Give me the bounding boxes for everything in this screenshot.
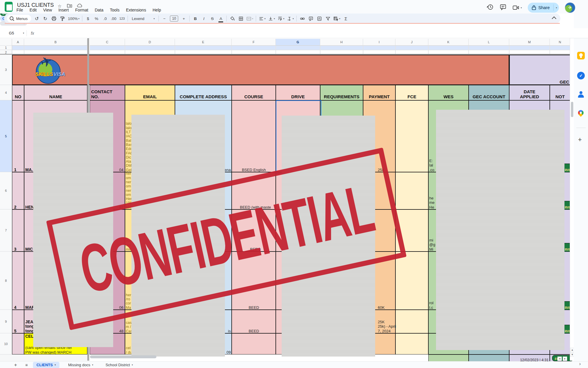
- tab-missing-docs[interactable]: Missing docs ▾: [65, 362, 97, 368]
- cell-H1[interactable]: [320, 46, 363, 50]
- cell-I1[interactable]: [363, 46, 395, 50]
- insert-chart-button[interactable]: [316, 15, 322, 22]
- meet-dropdown-icon[interactable]: ▾: [521, 6, 522, 9]
- menu-view[interactable]: View: [43, 8, 52, 12]
- row-header-10[interactable]: 10: [0, 333, 12, 354]
- menu-file[interactable]: File: [16, 8, 23, 12]
- cell-K1[interactable]: [428, 46, 469, 50]
- cell-J10[interactable]: [395, 333, 428, 354]
- redo-button[interactable]: ↻: [42, 15, 48, 22]
- header-cell-L[interactable]: GEC ACCOUNT: [469, 85, 509, 100]
- text-rotation-button[interactable]: ▾: [287, 15, 294, 22]
- italic-button[interactable]: I: [201, 15, 207, 22]
- menu-help[interactable]: Help: [153, 8, 161, 12]
- borders-button[interactable]: [238, 15, 244, 22]
- functions-button[interactable]: Σ: [343, 15, 349, 22]
- column-header-E[interactable]: E: [175, 39, 232, 46]
- name-box[interactable]: G5: [0, 31, 23, 35]
- header-cell-K[interactable]: WES: [428, 85, 469, 100]
- all-sheets-button[interactable]: ≡: [25, 363, 28, 367]
- row-header-3[interactable]: 3: [0, 55, 12, 85]
- vertical-scrollbar[interactable]: [570, 38, 574, 361]
- header-cell-H[interactable]: REQUIREMENTS: [320, 85, 363, 100]
- header-cell-G[interactable]: DRIVE: [276, 85, 320, 100]
- header-cell-C[interactable]: CONTACT NO.: [90, 85, 125, 100]
- column-header-J[interactable]: J: [395, 39, 428, 46]
- banner-orange[interactable]: [12, 55, 509, 85]
- tab-dropdown-icon[interactable]: ▾: [92, 364, 93, 366]
- get-addons-icon[interactable]: +: [578, 136, 582, 144]
- menu-data[interactable]: Data: [95, 8, 103, 12]
- column-header-D[interactable]: D: [125, 39, 175, 46]
- percent-button[interactable]: %: [93, 15, 99, 22]
- fill-color-button[interactable]: [229, 15, 235, 22]
- column-header-A[interactable]: A: [12, 39, 24, 46]
- text-color-button[interactable]: A: [218, 15, 224, 22]
- scroll-right-button[interactable]: ►: [563, 357, 567, 361]
- sheets-logo-icon[interactable]: [5, 2, 13, 12]
- cell-E1[interactable]: [175, 46, 232, 50]
- header-cell-E[interactable]: COMPLETE ADDRESS: [175, 85, 232, 100]
- header-cell-I[interactable]: PAYMENT: [363, 85, 395, 100]
- header-cell-J[interactable]: FCE: [395, 85, 428, 100]
- column-header-F[interactable]: F: [232, 39, 276, 46]
- print-button[interactable]: [51, 15, 57, 22]
- column-header-I[interactable]: I: [363, 39, 395, 46]
- row-header-9[interactable]: 9: [0, 310, 12, 333]
- contacts-icon[interactable]: [577, 91, 585, 98]
- menus-search-button[interactable]: Menus: [7, 15, 31, 22]
- column-header-G[interactable]: G: [276, 39, 320, 46]
- tab-school-district[interactable]: School District ▾: [102, 362, 136, 368]
- header-cell-B[interactable]: NAME: [24, 85, 87, 100]
- maps-icon[interactable]: [577, 109, 585, 117]
- insert-link-button[interactable]: [299, 15, 305, 22]
- row-header-1[interactable]: 1: [0, 46, 12, 50]
- decrease-font-size-button[interactable]: −: [161, 15, 167, 22]
- header-cell-A[interactable]: NO: [12, 85, 24, 100]
- account-avatar[interactable]: ✈: [565, 2, 575, 13]
- header-cell-D[interactable]: EMAIL: [125, 85, 175, 100]
- increase-decimal-button[interactable]: .00: [111, 15, 116, 22]
- share-button[interactable]: Share ▾: [528, 3, 559, 13]
- increase-font-size-button[interactable]: +: [181, 15, 187, 22]
- create-filter-button[interactable]: [325, 15, 331, 22]
- font-size-input[interactable]: 10: [170, 16, 178, 21]
- menu-extensions[interactable]: Extensions: [126, 8, 146, 12]
- menu-edit[interactable]: Edit: [30, 8, 37, 12]
- filter-views-button[interactable]: ▾: [333, 15, 340, 22]
- tab-dropdown-icon[interactable]: ▾: [132, 364, 133, 366]
- more-formats-button[interactable]: 123: [119, 15, 125, 22]
- currency-button[interactable]: $: [85, 15, 91, 22]
- zoom-select[interactable]: 100%▾: [68, 15, 79, 22]
- tasks-icon[interactable]: ✓: [577, 72, 585, 79]
- document-title[interactable]: USJ1 CLIENTS: [17, 2, 54, 8]
- paint-format-button[interactable]: [59, 15, 65, 22]
- keep-icon[interactable]: [577, 52, 585, 59]
- cell-A10[interactable]: [12, 333, 24, 354]
- menu-insert[interactable]: Insert: [59, 8, 69, 12]
- column-header-B[interactable]: B: [24, 39, 87, 46]
- column-header-K[interactable]: K: [428, 39, 469, 46]
- horizontal-scrollbar-thumb[interactable]: [90, 355, 156, 358]
- version-history-icon[interactable]: [487, 4, 494, 12]
- frozen-row-divider[interactable]: [0, 54, 570, 55]
- tab-clients[interactable]: CLIENTS ▾: [33, 362, 59, 368]
- column-header-M[interactable]: M: [509, 39, 550, 46]
- menu-format[interactable]: Format: [75, 8, 88, 12]
- comment-history-icon[interactable]: [500, 4, 507, 12]
- scroll-left-button[interactable]: ◄: [557, 357, 562, 361]
- header-cell-F[interactable]: COURSE: [232, 85, 276, 100]
- column-header-N[interactable]: N: [550, 39, 570, 46]
- cell-F1[interactable]: [232, 46, 276, 50]
- collapse-panel-icon[interactable]: ›: [579, 361, 581, 367]
- meet-video-icon[interactable]: ▾: [512, 4, 522, 11]
- tab-dropdown-icon[interactable]: ▾: [55, 364, 56, 366]
- column-header-L[interactable]: L: [469, 39, 509, 46]
- cell-J1[interactable]: [395, 46, 428, 50]
- insert-comment-button[interactable]: [308, 15, 314, 22]
- text-wrap-button[interactable]: ▾: [278, 15, 284, 22]
- cell-C1[interactable]: [90, 46, 125, 50]
- add-sheet-button[interactable]: +: [14, 362, 17, 368]
- name-box-dropdown-icon[interactable]: ▾: [23, 32, 24, 34]
- bold-button[interactable]: B: [192, 15, 198, 22]
